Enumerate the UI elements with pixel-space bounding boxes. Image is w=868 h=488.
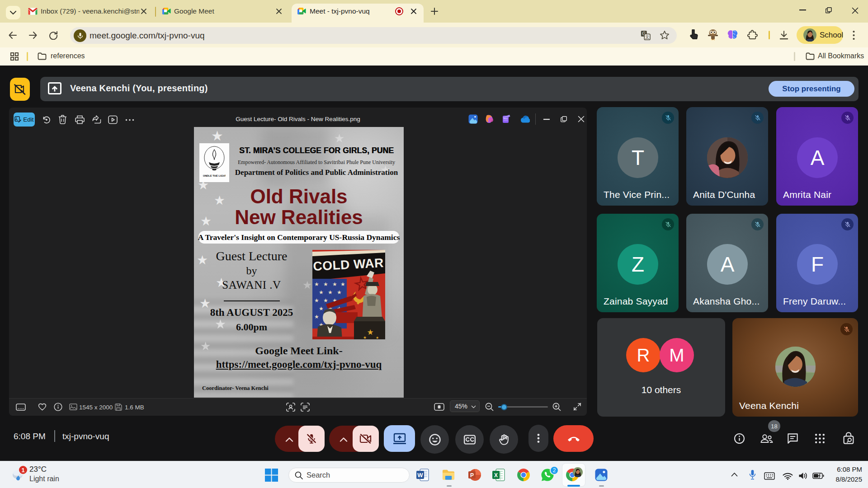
svg-text:KINDLE THE LIGHT: KINDLE THE LIGHT — [203, 174, 226, 177]
svg-text:W: W — [417, 472, 423, 479]
svg-text:★: ★ — [337, 289, 342, 296]
svg-text:★: ★ — [340, 281, 345, 287]
svg-text:★: ★ — [319, 289, 324, 296]
svg-text:★: ★ — [323, 297, 328, 304]
svg-text:X: X — [494, 472, 498, 479]
svg-text:★: ★ — [376, 336, 379, 339]
svg-text:★: ★ — [367, 328, 373, 337]
svg-text:★: ★ — [323, 281, 328, 287]
svg-text:★: ★ — [363, 335, 367, 339]
svg-text:★: ★ — [332, 281, 337, 287]
svg-text:★: ★ — [314, 314, 319, 320]
svg-text:★: ★ — [328, 289, 333, 296]
svg-text:★: ★ — [319, 305, 324, 312]
svg-text:★: ★ — [314, 297, 319, 304]
svg-text:★: ★ — [314, 281, 319, 287]
svg-text:文: 文 — [645, 35, 649, 39]
svg-text:P: P — [470, 472, 474, 479]
